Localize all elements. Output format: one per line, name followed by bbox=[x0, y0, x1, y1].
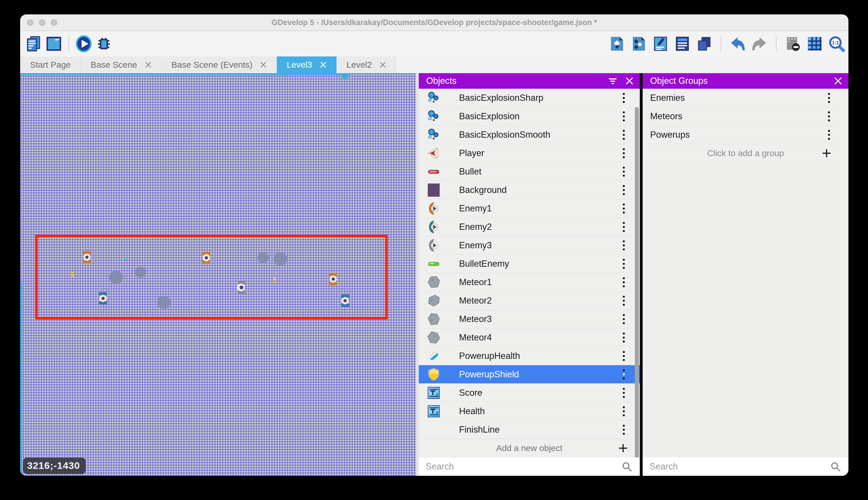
close-tab-icon[interactable] bbox=[260, 61, 267, 68]
tab-base-scene[interactable]: Base Scene bbox=[81, 56, 162, 73]
groups-search-input[interactable] bbox=[649, 462, 794, 472]
undo-icon[interactable] bbox=[729, 35, 747, 53]
enemy1-instance[interactable] bbox=[328, 273, 339, 285]
object-row[interactable]: Meteor4 bbox=[419, 328, 640, 347]
objects-scrollbar-thumb[interactable] bbox=[635, 107, 639, 457]
objects-search-input[interactable] bbox=[426, 462, 580, 472]
kebab-menu-icon[interactable] bbox=[623, 299, 625, 302]
kebab-menu-icon[interactable] bbox=[623, 134, 625, 136]
object-row[interactable]: Meteor3 bbox=[419, 310, 640, 328]
debug-icon[interactable] bbox=[95, 35, 113, 53]
maximize-window-button[interactable] bbox=[51, 19, 57, 26]
object-row[interactable]: Bullet bbox=[419, 162, 640, 181]
meteor-icon bbox=[427, 275, 441, 289]
group-row[interactable]: Powerups bbox=[643, 126, 848, 144]
kebab-menu-icon[interactable] bbox=[623, 429, 625, 431]
close-tab-icon[interactable] bbox=[379, 61, 386, 68]
close-window-button[interactable] bbox=[27, 19, 34, 26]
object-row-selected[interactable]: PowerupShield bbox=[419, 365, 640, 384]
search-icon bbox=[621, 461, 632, 472]
kebab-menu-icon[interactable] bbox=[623, 207, 625, 209]
close-tab-icon[interactable] bbox=[320, 61, 327, 68]
play-preview-icon[interactable] bbox=[75, 35, 93, 53]
kebab-menu-icon[interactable] bbox=[623, 171, 625, 172]
object-row[interactable]: BasicExplosionSharp bbox=[419, 89, 640, 107]
close-panel-icon[interactable] bbox=[623, 75, 636, 87]
panel-divider[interactable] bbox=[640, 73, 643, 476]
kebab-menu-icon[interactable] bbox=[623, 115, 625, 117]
filter-icon[interactable] bbox=[606, 75, 619, 87]
object-row[interactable]: Player bbox=[419, 144, 640, 162]
object-row[interactable]: Meteor2 bbox=[419, 292, 640, 310]
layers-panel-icon[interactable] bbox=[695, 35, 713, 53]
kebab-menu-icon[interactable] bbox=[623, 97, 625, 99]
kebab-menu-icon[interactable] bbox=[828, 134, 830, 136]
kebab-menu-icon[interactable] bbox=[623, 244, 625, 246]
kebab-menu-icon[interactable] bbox=[828, 97, 830, 99]
object-row[interactable]: x Health bbox=[419, 402, 640, 421]
grid-icon[interactable] bbox=[806, 35, 824, 53]
vertical-scrollbar[interactable] bbox=[20, 282, 22, 476]
kebab-menu-icon[interactable] bbox=[623, 392, 625, 394]
instances-list-icon[interactable] bbox=[673, 35, 691, 53]
group-row[interactable]: Meteors bbox=[643, 107, 848, 126]
no-icon bbox=[427, 423, 441, 436]
kebab-menu-icon[interactable] bbox=[623, 189, 625, 191]
objects-panel-icon[interactable] bbox=[608, 35, 626, 53]
kebab-menu-icon[interactable] bbox=[623, 226, 625, 228]
tab-start-page[interactable]: Start Page bbox=[20, 56, 81, 73]
object-row[interactable]: x Score bbox=[419, 384, 640, 402]
object-groups-panel-icon[interactable] bbox=[630, 35, 647, 53]
object-row[interactable]: Enemy2 bbox=[419, 218, 640, 236]
kebab-menu-icon[interactable] bbox=[623, 337, 625, 338]
kebab-menu-icon[interactable] bbox=[623, 373, 625, 375]
zoom-1-1-icon[interactable]: 1:1 bbox=[828, 35, 846, 53]
horizontal-scrollbar[interactable] bbox=[20, 73, 348, 75]
object-row[interactable]: Background bbox=[419, 181, 640, 199]
object-row[interactable]: FinishLine bbox=[419, 421, 640, 439]
close-tab-icon[interactable] bbox=[145, 61, 152, 68]
object-name: Bullet bbox=[459, 167, 481, 177]
add-group-button[interactable]: Click to add a group bbox=[643, 144, 848, 162]
enemy1-instance[interactable] bbox=[201, 252, 212, 264]
properties-panel-icon[interactable] bbox=[652, 35, 669, 53]
tab-level3[interactable]: Level3 bbox=[277, 56, 337, 73]
tab-level2[interactable]: Level2 bbox=[337, 56, 396, 73]
enemy2-instance[interactable] bbox=[340, 295, 351, 307]
kebab-menu-icon[interactable] bbox=[623, 281, 625, 283]
object-groups-header: Object Groups bbox=[643, 73, 848, 89]
minimize-window-button[interactable] bbox=[39, 19, 46, 26]
object-row[interactable]: BulletEnemy bbox=[419, 254, 640, 273]
object-row[interactable]: BasicExplosion bbox=[419, 107, 640, 126]
scene-canvas[interactable]: 3216;-1430 bbox=[20, 73, 416, 476]
horizontal-scrollbar-knob[interactable] bbox=[342, 73, 349, 79]
enemy3-instance[interactable] bbox=[236, 281, 247, 294]
bullet-instance[interactable] bbox=[72, 271, 74, 276]
tab-base-scene-events[interactable]: Base Scene (Events) bbox=[162, 56, 277, 73]
group-row[interactable]: Enemies bbox=[643, 89, 848, 107]
object-row[interactable]: Enemy1 bbox=[419, 199, 640, 218]
render-mask-icon[interactable] bbox=[784, 35, 802, 53]
add-object-button[interactable]: Add a new object bbox=[419, 439, 640, 457]
tab-label: Base Scene bbox=[91, 60, 137, 70]
events-list-icon[interactable] bbox=[25, 35, 43, 53]
kebab-menu-icon[interactable] bbox=[828, 115, 830, 117]
enemy1-instance[interactable] bbox=[81, 251, 92, 263]
bullet-instance[interactable] bbox=[274, 278, 276, 283]
close-panel-icon[interactable] bbox=[832, 75, 844, 87]
enemy2-instance[interactable] bbox=[97, 292, 108, 305]
explosion-icon bbox=[427, 91, 441, 105]
object-row[interactable]: PowerupHealth bbox=[419, 347, 640, 365]
object-row[interactable]: Meteor1 bbox=[419, 273, 640, 292]
kebab-menu-icon[interactable] bbox=[623, 263, 625, 265]
object-row[interactable]: BasicExplosionSmooth bbox=[419, 126, 640, 144]
redo-icon[interactable] bbox=[751, 35, 769, 53]
kebab-menu-icon[interactable] bbox=[623, 410, 625, 412]
kebab-menu-icon[interactable] bbox=[623, 355, 625, 357]
preview-window-icon[interactable] bbox=[45, 35, 63, 53]
kebab-menu-icon[interactable] bbox=[623, 152, 625, 154]
object-row[interactable]: Enemy3 bbox=[419, 236, 640, 254]
object-groups-title: Object Groups bbox=[650, 76, 832, 86]
kebab-menu-icon[interactable] bbox=[623, 318, 625, 320]
powerup-instance[interactable] bbox=[124, 257, 127, 260]
